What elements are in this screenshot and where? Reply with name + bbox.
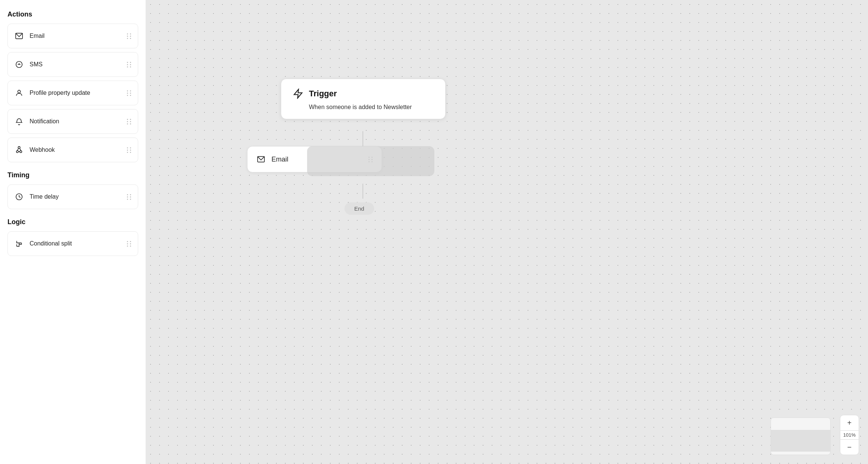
profile-item-label: Profile property update: [30, 90, 90, 96]
svg-point-4: [18, 90, 20, 93]
clock-icon: [14, 192, 24, 202]
section-timing: Timing Time delay: [7, 171, 138, 209]
webhook-icon: [14, 145, 24, 155]
sidebar-item-sms[interactable]: SMS: [7, 52, 138, 77]
zoom-controls: + 101% −: [840, 415, 859, 455]
sidebar: Actions Email: [0, 0, 146, 464]
zoom-in-button[interactable]: +: [841, 415, 858, 430]
trigger-node[interactable]: Trigger When someone is added to Newslet…: [281, 79, 446, 119]
notification-item-label: Notification: [30, 118, 59, 125]
sidebar-item-profile-property-update[interactable]: Profile property update: [7, 81, 138, 105]
zoom-out-button[interactable]: −: [841, 440, 858, 455]
sidebar-item-time-delay[interactable]: Time delay: [7, 184, 138, 209]
connector-top: [362, 131, 363, 146]
section-logic: Logic Conditional split: [7, 218, 138, 256]
section-title-logic: Logic: [7, 218, 138, 226]
connector-mid: [362, 184, 363, 199]
notification-icon: [14, 116, 24, 127]
item-left-sms: SMS: [14, 59, 43, 70]
item-left-profile: Profile property update: [14, 88, 90, 98]
sms-icon: [14, 59, 24, 70]
time-delay-drag-handle[interactable]: [127, 194, 132, 200]
email-node-icon: [256, 154, 266, 165]
trigger-description: When someone is added to Newsletter: [309, 104, 435, 111]
email-node-label: Email: [271, 156, 288, 163]
item-left-webhook: Webhook: [14, 145, 55, 155]
sidebar-item-conditional-split[interactable]: Conditional split: [7, 231, 138, 256]
email-icon: [14, 31, 24, 41]
minimap: [771, 418, 831, 455]
email-item-label: Email: [30, 33, 45, 39]
sidebar-item-webhook[interactable]: Webhook: [7, 138, 138, 162]
trigger-title: Trigger: [309, 89, 337, 99]
profile-icon: [14, 88, 24, 98]
conditional-split-label: Conditional split: [30, 240, 72, 247]
time-delay-label: Time delay: [30, 193, 59, 200]
ghost-placeholder-node: [307, 146, 434, 176]
sms-item-label: SMS: [30, 61, 43, 68]
split-icon: [14, 238, 24, 249]
trigger-header: Trigger: [292, 87, 435, 100]
webhook-drag-handle[interactable]: [127, 147, 132, 153]
conditional-split-drag-handle[interactable]: [127, 241, 132, 247]
profile-drag-handle[interactable]: [127, 90, 132, 96]
svg-marker-9: [294, 89, 302, 98]
section-actions: Actions Email: [7, 10, 138, 162]
end-node: End: [345, 202, 374, 215]
email-drag-handle[interactable]: [127, 33, 132, 39]
svg-point-6: [20, 151, 22, 153]
sidebar-item-notification[interactable]: Notification: [7, 109, 138, 134]
section-title-actions: Actions: [7, 10, 138, 18]
item-left-notification: Notification: [14, 116, 59, 127]
trigger-lightning-icon: [292, 87, 304, 100]
svg-point-5: [16, 151, 19, 153]
sidebar-item-email[interactable]: Email: [7, 24, 138, 48]
sms-drag-handle[interactable]: [127, 62, 132, 67]
item-left-time-delay: Time delay: [14, 192, 59, 202]
email-node-left: Email: [256, 154, 288, 165]
zoom-level-display: 101%: [840, 431, 859, 439]
canvas[interactable]: Trigger When someone is added to Newslet…: [146, 0, 868, 464]
item-left-conditional-split: Conditional split: [14, 238, 72, 249]
item-left-email: Email: [14, 31, 45, 41]
webhook-item-label: Webhook: [30, 147, 55, 153]
section-title-timing: Timing: [7, 171, 138, 179]
svg-point-7: [18, 147, 20, 149]
minimap-inner: [771, 430, 830, 452]
notification-drag-handle[interactable]: [127, 119, 132, 124]
